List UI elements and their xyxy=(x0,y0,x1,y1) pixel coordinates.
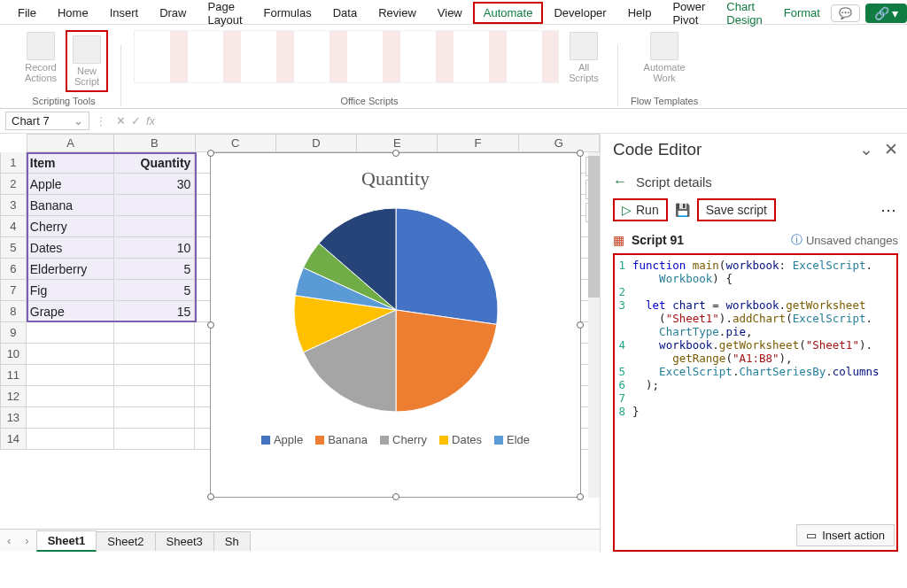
ribbon-tab-formulas[interactable]: Formulas xyxy=(253,2,322,24)
cell[interactable]: Fig xyxy=(27,280,114,301)
ribbon-tab-format[interactable]: Format xyxy=(773,2,831,24)
share-button[interactable]: 🔗▾ xyxy=(865,4,907,23)
cell[interactable]: Quantity xyxy=(114,152,195,174)
row-header-4[interactable]: 4 xyxy=(0,216,27,237)
ribbon-tab-draw[interactable]: Draw xyxy=(149,2,197,24)
cell[interactable]: Banana xyxy=(27,195,114,216)
record-actions-button[interactable]: Record Actions xyxy=(19,30,62,92)
chart-object[interactable]: QuantityAppleBananaCherryDatesElde+🖌▽ xyxy=(210,152,581,498)
cell[interactable] xyxy=(114,322,195,344)
row-header-10[interactable]: 10 xyxy=(0,344,27,365)
fx-icon[interactable]: fx xyxy=(146,114,155,128)
all-scripts-button[interactable]: All Scripts xyxy=(562,30,605,85)
sheet-nav-prev[interactable]: ‹ xyxy=(0,534,18,547)
chart-resize-handle[interactable] xyxy=(577,493,584,500)
cell[interactable] xyxy=(27,344,114,365)
chevron-down-icon[interactable]: ⌄ xyxy=(859,139,873,159)
ribbon-tab-chart-design[interactable]: Chart Design xyxy=(716,0,772,31)
chart-legend[interactable]: AppleBananaCherryDatesElde xyxy=(211,433,580,446)
comments-button[interactable]: 💬 xyxy=(831,4,860,22)
cell[interactable] xyxy=(114,429,195,450)
ribbon-tab-automate[interactable]: Automate xyxy=(473,2,544,24)
cell[interactable] xyxy=(27,386,114,407)
cell[interactable] xyxy=(27,429,114,450)
row-header-14[interactable]: 14 xyxy=(0,429,27,450)
legend-item[interactable]: Apple xyxy=(261,433,303,446)
ribbon-tab-help[interactable]: Help xyxy=(617,2,663,24)
ribbon-tab-home[interactable]: Home xyxy=(47,2,99,24)
row-header-1[interactable]: 1 xyxy=(0,152,27,174)
back-arrow-icon[interactable]: ← xyxy=(613,174,627,190)
cell[interactable]: 30 xyxy=(114,174,195,195)
script-gallery[interactable] xyxy=(134,30,559,83)
ribbon-tab-page-layout[interactable]: Page Layout xyxy=(198,0,253,31)
chart-resize-handle[interactable] xyxy=(207,321,214,329)
row-header-11[interactable]: 11 xyxy=(0,365,27,386)
new-script-button[interactable]: New Script xyxy=(66,30,108,92)
cell[interactable] xyxy=(27,322,114,344)
chart-resize-handle[interactable] xyxy=(577,150,584,157)
ribbon-tab-file[interactable]: File xyxy=(7,2,47,24)
pie-chart[interactable] xyxy=(285,199,507,421)
cell[interactable]: 10 xyxy=(114,237,195,259)
name-box[interactable]: Chart 7 ⌄ xyxy=(5,112,89,130)
cell[interactable] xyxy=(114,344,195,365)
cell[interactable]: Elderberry xyxy=(27,259,114,280)
chart-resize-handle[interactable] xyxy=(392,150,399,157)
cell[interactable] xyxy=(27,407,114,429)
cell[interactable]: 5 xyxy=(114,280,195,301)
cell[interactable]: Cherry xyxy=(27,216,114,237)
vertical-scrollbar[interactable] xyxy=(588,152,600,498)
col-header-G[interactable]: G xyxy=(519,134,600,152)
name-box-dropdown-icon[interactable]: ⌄ xyxy=(74,114,83,128)
chart-resize-handle[interactable] xyxy=(207,150,214,157)
col-header-B[interactable]: B xyxy=(114,134,195,152)
ribbon-tab-review[interactable]: Review xyxy=(368,2,427,24)
sheet-tab-sheet3[interactable]: Sheet3 xyxy=(155,531,214,551)
row-header-9[interactable]: 9 xyxy=(0,322,27,344)
automate-work-button[interactable]: Automate Work xyxy=(643,30,686,85)
cell[interactable]: Dates xyxy=(27,237,114,259)
chart-resize-handle[interactable] xyxy=(207,493,214,500)
chart-title[interactable]: Quantity xyxy=(211,167,580,190)
cell[interactable] xyxy=(114,386,195,407)
row-header-7[interactable]: 7 xyxy=(0,280,27,301)
ribbon-tab-insert[interactable]: Insert xyxy=(99,2,150,24)
cell[interactable]: Grape xyxy=(27,301,114,322)
cancel-icon[interactable]: ✕ xyxy=(116,114,126,128)
code-editor-textarea[interactable]: 1function main(workbook: ExcelScript. Wo… xyxy=(613,253,898,552)
cell[interactable] xyxy=(114,365,195,386)
legend-item[interactable]: Elde xyxy=(494,433,530,446)
cell[interactable]: Item xyxy=(27,152,114,174)
col-header-D[interactable]: D xyxy=(276,134,357,152)
cell[interactable]: 5 xyxy=(114,259,195,280)
legend-item[interactable]: Dates xyxy=(439,433,482,446)
cell[interactable] xyxy=(114,216,195,237)
cell[interactable]: 15 xyxy=(114,301,195,322)
row-header-3[interactable]: 3 xyxy=(0,195,27,216)
cell[interactable] xyxy=(114,407,195,429)
ribbon-tab-view[interactable]: View xyxy=(427,2,473,24)
col-header-C[interactable]: C xyxy=(196,134,276,152)
sheet-tab-sheet1[interactable]: Sheet1 xyxy=(36,530,97,552)
row-header-6[interactable]: 6 xyxy=(0,259,27,280)
more-options-button[interactable]: ⋯ xyxy=(880,200,898,220)
legend-item[interactable]: Cherry xyxy=(380,433,427,446)
legend-item[interactable]: Banana xyxy=(315,433,368,446)
insert-action-button[interactable]: ▭ Insert action xyxy=(796,524,895,546)
sheet-nav-next[interactable]: › xyxy=(18,534,35,547)
row-header-8[interactable]: 8 xyxy=(0,301,27,322)
col-header-A[interactable]: A xyxy=(27,134,114,152)
ribbon-tab-data[interactable]: Data xyxy=(322,2,368,24)
row-header-12[interactable]: 12 xyxy=(0,386,27,407)
save-script-button[interactable]: Save script xyxy=(697,198,776,221)
cell[interactable] xyxy=(27,365,114,386)
chart-resize-handle[interactable] xyxy=(577,321,584,329)
col-header-F[interactable]: F xyxy=(438,134,518,152)
row-header-2[interactable]: 2 xyxy=(0,174,27,195)
ribbon-tab-developer[interactable]: Developer xyxy=(543,2,616,24)
sheet-tab-sh[interactable]: Sh xyxy=(213,531,251,551)
close-icon[interactable]: ✕ xyxy=(884,139,898,159)
cell[interactable]: Apple xyxy=(27,174,114,195)
run-button[interactable]: ▷ Run xyxy=(613,198,668,221)
